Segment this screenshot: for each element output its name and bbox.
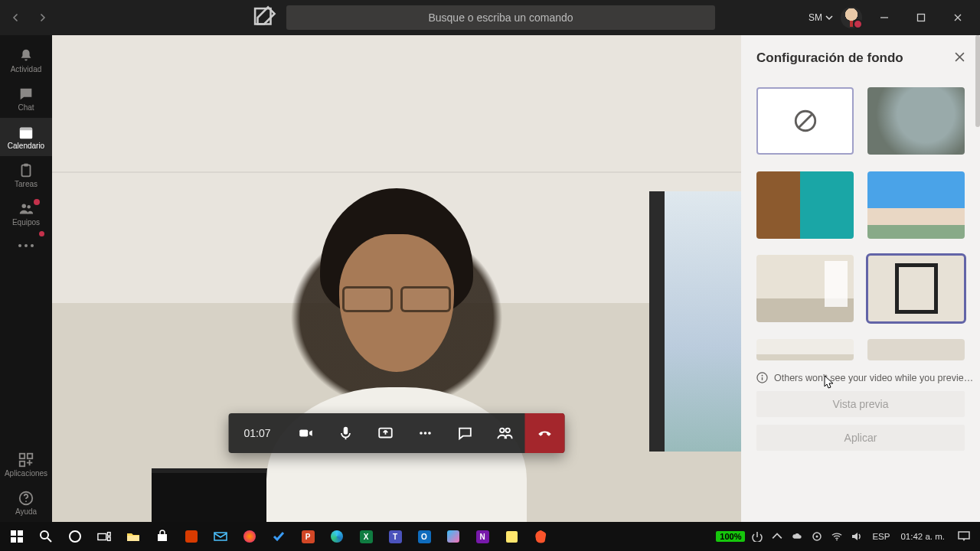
sidebar-label: Actividad: [11, 66, 42, 73]
window-minimize-button[interactable]: [870, 5, 899, 30]
taskbar-taskview-button[interactable]: [90, 522, 118, 551]
taskbar-cortana-button[interactable]: [61, 522, 89, 551]
taskbar-mail[interactable]: [207, 522, 234, 551]
mail-icon: [214, 530, 227, 543]
search-icon: [39, 530, 53, 543]
sidebar-item-chat[interactable]: Chat: [0, 80, 52, 118]
window-maximize-button[interactable]: [906, 5, 936, 30]
tray-power-icon[interactable]: [750, 531, 765, 542]
background-option-beach[interactable]: [867, 171, 965, 239]
preview-button[interactable]: Vista previa: [756, 391, 965, 417]
sidebar-item-calendar[interactable]: Calendario: [0, 118, 52, 156]
taskbar-edge[interactable]: [323, 522, 351, 551]
taskbar-brave[interactable]: [527, 522, 554, 551]
taskbar-explorer[interactable]: [119, 522, 147, 551]
panel-scrollbar[interactable]: [975, 35, 980, 127]
sidebar-label: Calendario: [8, 142, 44, 150]
battery-indicator[interactable]: 100%: [716, 531, 745, 542]
svg-point-8: [18, 244, 21, 247]
chat-bubble-icon: [457, 425, 474, 442]
taskbar-stickynotes[interactable]: [498, 522, 525, 551]
sidebar-item-teams[interactable]: Equipos: [0, 194, 52, 233]
windows-taskbar: P X T O N 100% ESP 01:42 a. m.: [0, 522, 980, 551]
taskbar-search-button[interactable]: [32, 522, 60, 551]
taskbar-photos[interactable]: [439, 522, 467, 551]
svg-point-9: [24, 244, 28, 247]
ellipsis-icon: [17, 243, 35, 248]
share-screen-button[interactable]: [366, 413, 406, 453]
taskbar-todo[interactable]: [265, 522, 292, 551]
background-option-none[interactable]: [756, 87, 854, 155]
show-conversation-button[interactable]: [446, 413, 485, 453]
sidebar-item-help[interactable]: Ayuda: [0, 484, 52, 522]
action-center-button[interactable]: [952, 531, 975, 542]
svg-rect-12: [28, 454, 32, 458]
nav-forward-button[interactable]: [31, 6, 54, 29]
svg-point-32: [70, 531, 80, 542]
background-option-room2[interactable]: [867, 255, 965, 322]
svg-rect-3: [20, 128, 33, 131]
svg-point-10: [31, 244, 34, 247]
app-rail: Actividad Chat Calendario Tareas Equi: [0, 35, 52, 522]
tray-language[interactable]: ESP: [869, 532, 893, 541]
tray-location-icon[interactable]: [809, 531, 825, 542]
new-message-button[interactable]: [251, 5, 277, 31]
clipboard-icon: [18, 162, 34, 179]
background-option-room1[interactable]: [756, 255, 854, 322]
tray-volume-icon[interactable]: [849, 531, 864, 542]
sidebar-item-activity[interactable]: Actividad: [0, 41, 52, 80]
window-close-button[interactable]: [943, 5, 972, 30]
sidebar-label: Chat: [18, 104, 34, 112]
search-input[interactable]: Busque o escriba un comando: [286, 5, 715, 30]
title-bar: Busque o escriba un comando SM: [0, 0, 980, 35]
taskbar-firefox[interactable]: [236, 522, 263, 551]
svg-point-7: [27, 205, 30, 208]
profile-avatar[interactable]: [841, 7, 862, 28]
calendar-icon: [18, 124, 34, 141]
windows-icon: [10, 530, 24, 543]
taskbar-teams[interactable]: T: [381, 522, 409, 551]
svg-point-19: [420, 432, 423, 435]
panel-info-text: Others won't see your video while you pr…: [741, 363, 980, 391]
taskbar-outlook[interactable]: O: [410, 522, 438, 551]
org-switcher[interactable]: SM: [808, 12, 833, 23]
taskbar-office[interactable]: [178, 522, 205, 551]
toggle-mic-button[interactable]: [326, 413, 366, 453]
camera-icon: [298, 425, 315, 442]
tray-chevron-up-icon[interactable]: [769, 531, 785, 542]
show-participants-button[interactable]: [485, 413, 525, 453]
sidebar-item-apps[interactable]: Aplicaciones: [0, 445, 52, 484]
sidebar-item-tasks[interactable]: Tareas: [0, 156, 52, 194]
apply-button[interactable]: Aplicar: [756, 425, 965, 451]
info-icon: [756, 372, 768, 383]
tray-wifi-icon[interactable]: [829, 531, 844, 542]
background-option-room4[interactable]: [867, 339, 965, 360]
svg-point-40: [837, 540, 838, 541]
sidebar-label: Equipos: [12, 219, 40, 227]
participants-icon: [497, 425, 514, 442]
more-actions-button[interactable]: [406, 413, 446, 453]
tray-clock[interactable]: 01:42 a. m.: [897, 532, 948, 541]
background-option-room3[interactable]: [756, 339, 854, 360]
taskbar-powerpoint[interactable]: P: [294, 522, 322, 551]
org-initials: SM: [808, 12, 822, 23]
svg-point-31: [41, 531, 48, 539]
sidebar-more-button[interactable]: [17, 233, 35, 256]
background-option-office[interactable]: [756, 171, 854, 239]
taskbar-onenote[interactable]: N: [469, 522, 496, 551]
background-option-blur[interactable]: [867, 87, 965, 155]
close-icon: [953, 13, 962, 22]
close-icon: [955, 52, 965, 62]
toggle-camera-button[interactable]: [286, 413, 326, 453]
taskbar-excel[interactable]: X: [352, 522, 380, 551]
svg-rect-30: [18, 537, 23, 543]
taskbar-store[interactable]: [149, 522, 176, 551]
start-button[interactable]: [3, 522, 31, 551]
svg-point-21: [428, 432, 431, 435]
panel-title: Configuración de fondo: [756, 51, 903, 66]
hang-up-button[interactable]: [525, 413, 565, 453]
none-icon: [756, 87, 854, 155]
panel-close-button[interactable]: [955, 51, 965, 65]
tray-onedrive-icon[interactable]: [789, 531, 805, 542]
nav-back-button[interactable]: [5, 6, 28, 29]
